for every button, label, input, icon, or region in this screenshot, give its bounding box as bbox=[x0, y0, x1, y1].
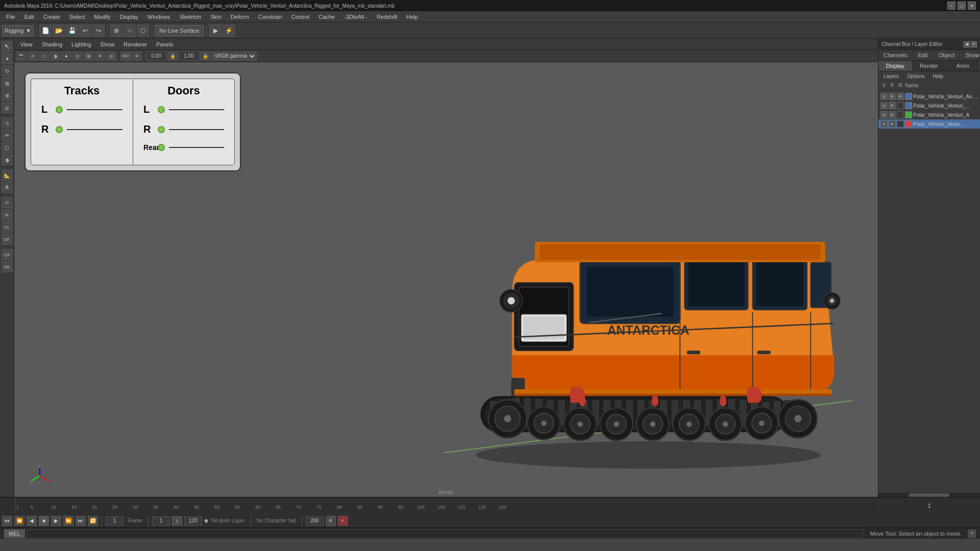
vp-iso-btn[interactable]: ISO bbox=[120, 52, 131, 61]
new-scene-btn[interactable]: 📄 bbox=[39, 24, 52, 37]
end-total-input[interactable] bbox=[306, 516, 324, 525]
opt-layers[interactable]: Layers bbox=[880, 72, 902, 80]
layer-p-2[interactable]: P bbox=[889, 111, 896, 118]
rp-collapse-btn[interactable]: ◀ bbox=[964, 41, 970, 47]
play-fwd-btn[interactable]: ▶ bbox=[51, 516, 61, 526]
layer-r-2[interactable] bbox=[897, 111, 904, 118]
layer-r-3[interactable] bbox=[897, 120, 904, 128]
layer-vis-3[interactable]: V bbox=[880, 120, 888, 128]
layer-row-0[interactable]: V P R Polar_Vehicle_Venturi_Antar... bbox=[878, 92, 980, 101]
layer-row-2[interactable]: V P Polar_Vehicle_Venturi_A bbox=[878, 110, 980, 119]
mode-dropdown[interactable]: Rigging ▼ bbox=[2, 25, 34, 36]
layer-row-1[interactable]: V P Polar_Vehicle_Venturi_... bbox=[878, 101, 980, 110]
tab-display[interactable]: Display bbox=[878, 61, 912, 71]
rp-close-btn[interactable]: ✕ bbox=[971, 41, 977, 47]
undo-btn[interactable]: ↩ bbox=[79, 24, 91, 37]
select-btn[interactable]: ⊕ bbox=[110, 24, 122, 37]
redo-btn[interactable]: ↪ bbox=[92, 24, 105, 37]
open-btn[interactable]: 📂 bbox=[53, 24, 65, 37]
namespace[interactable]: NS bbox=[2, 261, 13, 272]
stop-btn[interactable]: ■ bbox=[39, 516, 49, 526]
lasso-btn[interactable]: ○ bbox=[124, 24, 136, 37]
annotate-tool[interactable]: A bbox=[2, 182, 13, 193]
measure-tool[interactable]: 📐 bbox=[2, 169, 13, 181]
door-L-dot[interactable] bbox=[158, 106, 165, 113]
vp-exposure-input[interactable] bbox=[179, 52, 199, 61]
close-button[interactable]: ✕ bbox=[968, 2, 976, 10]
layer-vis-1[interactable]: V bbox=[880, 102, 888, 109]
menu-deform[interactable]: Deform bbox=[227, 13, 253, 21]
vp-wireframe-btn[interactable]: □ bbox=[39, 52, 49, 61]
opt-options[interactable]: Options bbox=[904, 72, 927, 80]
tab-anim[interactable]: Anim bbox=[946, 61, 980, 71]
menu-skeleton[interactable]: Skeleton bbox=[175, 13, 205, 21]
door-Rear-dot[interactable] bbox=[158, 144, 165, 151]
sketch-tool[interactable]: ✏ bbox=[2, 130, 13, 141]
tab-edit[interactable]: Edit bbox=[913, 50, 933, 60]
layer-vis-2[interactable]: V bbox=[880, 111, 888, 118]
track-L-dot[interactable] bbox=[56, 106, 63, 113]
move-tool[interactable]: ✦ bbox=[2, 53, 13, 64]
help-icon[interactable]: ? bbox=[968, 530, 976, 538]
vp-shadow-btn[interactable]: ◎ bbox=[106, 52, 116, 61]
auto-key-btn[interactable]: K bbox=[338, 516, 348, 526]
menu-help[interactable]: Help bbox=[402, 13, 422, 21]
curve-tool[interactable]: ∿ bbox=[2, 117, 13, 129]
track-R-dot[interactable] bbox=[56, 126, 63, 133]
menu-modify[interactable]: Modify bbox=[90, 13, 114, 21]
vp-menu-lighting[interactable]: Lighting bbox=[67, 40, 95, 48]
menu-windows[interactable]: Windows bbox=[143, 13, 175, 21]
ipr-btn[interactable]: ⚡ bbox=[223, 24, 235, 37]
select-tool[interactable]: ↖ bbox=[2, 41, 13, 52]
quick-sel-set[interactable]: QS bbox=[2, 249, 13, 260]
vp-menu-renderer[interactable]: Renderer bbox=[119, 40, 151, 48]
command-field[interactable] bbox=[27, 529, 864, 538]
layer-r-0[interactable]: R bbox=[897, 93, 904, 100]
menu-redshift[interactable]: Redshift bbox=[373, 13, 401, 21]
vp-menu-view[interactable]: View bbox=[16, 40, 37, 48]
vp-shade1-btn[interactable]: ◑ bbox=[50, 52, 60, 61]
universal-tool[interactable]: ⊕ bbox=[2, 90, 13, 101]
step-back-btn[interactable]: ⏪ bbox=[14, 516, 24, 526]
vp-gamma-lock[interactable]: 🔒 bbox=[167, 52, 178, 61]
tab-object[interactable]: Object bbox=[933, 50, 960, 60]
sculpt-tool[interactable]: ◑ bbox=[2, 154, 13, 165]
opt-help[interactable]: Help bbox=[929, 72, 946, 80]
menu-3dtoall[interactable]: -3DtoAll - bbox=[340, 13, 372, 21]
menu-file[interactable]: File bbox=[2, 13, 19, 21]
layer-vis-0[interactable]: V bbox=[880, 93, 888, 100]
vp-persp-btn[interactable]: ⊘ bbox=[132, 52, 142, 61]
poly-tool[interactable]: ⬡ bbox=[2, 142, 13, 153]
char-set-btn[interactable]: ⚙ bbox=[326, 516, 336, 526]
joint-tool[interactable]: JT bbox=[2, 197, 13, 208]
menu-select[interactable]: Select bbox=[65, 13, 89, 21]
vp-grid-btn[interactable]: # bbox=[28, 52, 38, 61]
door-R-dot[interactable] bbox=[158, 126, 165, 133]
save-btn[interactable]: 💾 bbox=[66, 24, 78, 37]
key-frame-input[interactable] bbox=[172, 516, 182, 525]
vp-camera-btn[interactable]: 📷 bbox=[16, 52, 27, 61]
vp-light-btn[interactable]: ☀ bbox=[95, 52, 105, 61]
deform-tool[interactable]: DF bbox=[2, 234, 13, 245]
soft-select[interactable]: ◎ bbox=[2, 102, 13, 113]
vp-menu-show[interactable]: Show bbox=[96, 40, 119, 48]
vp-tex-btn[interactable]: ⊞ bbox=[84, 52, 94, 61]
vp-exposure-lock[interactable]: 🔒 bbox=[200, 52, 210, 61]
vp-menu-panels[interactable]: Panels bbox=[152, 40, 178, 48]
layer-p-0[interactable]: P bbox=[889, 93, 896, 100]
play-back-btn[interactable]: ◀ bbox=[27, 516, 37, 526]
cluster-tool[interactable]: CL bbox=[2, 221, 13, 233]
end-range-input[interactable] bbox=[184, 516, 202, 525]
rp-scrollbar-thumb[interactable] bbox=[909, 493, 950, 497]
vp-shade3-btn[interactable]: ⊙ bbox=[72, 52, 83, 61]
current-frame-input[interactable] bbox=[106, 516, 124, 525]
go-end-btn[interactable]: ⏭ bbox=[76, 516, 86, 526]
vp-shade2-btn[interactable]: ● bbox=[61, 52, 71, 61]
viewport-3d[interactable]: Tracks L R Doors L bbox=[14, 62, 878, 497]
live-surface-btn[interactable]: No Live Surface bbox=[155, 25, 204, 36]
menu-create[interactable]: Create bbox=[39, 13, 64, 21]
menu-constrain[interactable]: Constrain bbox=[254, 13, 286, 21]
rp-scrollbar[interactable] bbox=[878, 493, 980, 497]
loop-btn[interactable]: 🔁 bbox=[88, 516, 98, 526]
menu-skin[interactable]: Skin bbox=[206, 13, 225, 21]
